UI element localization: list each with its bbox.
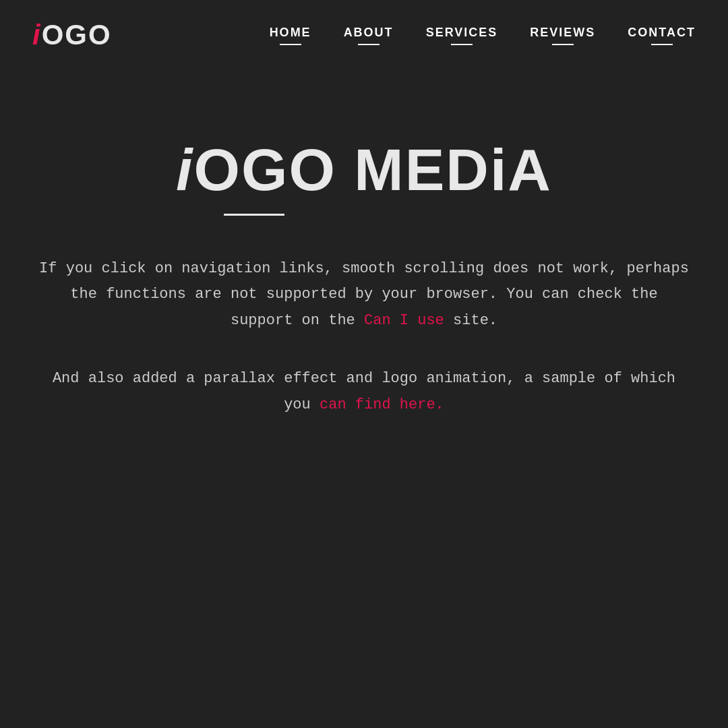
nav-home-underline bbox=[280, 44, 301, 45]
hero-title: iOGO MEDiA bbox=[176, 138, 552, 203]
body-p1-text2: site. bbox=[444, 312, 497, 329]
nav-services[interactable]: SERVICES bbox=[426, 26, 498, 45]
nav-contact[interactable]: CONTACT bbox=[628, 26, 696, 45]
nav-services-underline bbox=[451, 44, 473, 45]
nav-about[interactable]: ABOUT bbox=[344, 26, 394, 45]
main-content: iOGO MEDiA If you click on navigation li… bbox=[0, 70, 728, 418]
site-logo[interactable]: iOGO bbox=[32, 19, 112, 51]
logo-i: i bbox=[32, 19, 42, 51]
body-paragraph-1: If you click on navigation links, smooth… bbox=[35, 256, 693, 334]
nav-about-label: ABOUT bbox=[344, 26, 394, 40]
nav-about-underline bbox=[358, 44, 380, 45]
nav-home[interactable]: HOME bbox=[270, 26, 311, 45]
nav-contact-underline bbox=[651, 44, 673, 45]
nav-reviews-underline bbox=[552, 44, 574, 45]
can-i-use-link[interactable]: Can I use bbox=[364, 312, 444, 329]
body-paragraph-2: And also added a parallax effect and log… bbox=[35, 366, 693, 418]
nav-contact-label: CONTACT bbox=[628, 26, 696, 40]
hero-title-underline bbox=[224, 214, 284, 216]
nav-services-label: SERVICES bbox=[426, 26, 498, 40]
nav-home-label: HOME bbox=[270, 26, 311, 40]
hero-title-i: i bbox=[176, 136, 193, 203]
logo-ogo: OGO bbox=[42, 19, 112, 51]
nav-reviews-label: REVIEWS bbox=[530, 26, 595, 40]
main-nav: HOME ABOUT SERVICES REVIEWS CONTACT bbox=[270, 26, 696, 45]
nav-reviews[interactable]: REVIEWS bbox=[530, 26, 595, 45]
can-find-here-link[interactable]: can find here. bbox=[320, 396, 444, 413]
hero-title-text: OGO MEDiA bbox=[194, 136, 552, 203]
site-header: iOGO HOME ABOUT SERVICES REVIEWS CONTACT bbox=[0, 0, 728, 70]
